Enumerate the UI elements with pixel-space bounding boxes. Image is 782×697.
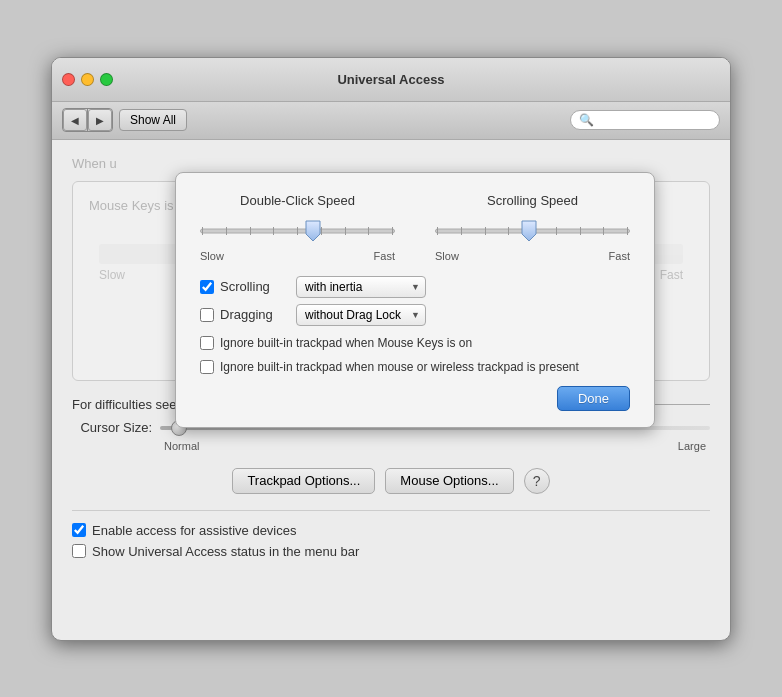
scrolling-slider-group: Scrolling Speed: [435, 193, 630, 262]
tick: [297, 227, 298, 235]
tick: [580, 227, 581, 235]
minimize-button[interactable]: [81, 73, 94, 86]
tick: [250, 227, 251, 235]
search-icon: 🔍: [579, 113, 594, 127]
tick: [202, 227, 203, 235]
tick: [485, 227, 486, 235]
ignore-wireless-checkbox[interactable]: [200, 360, 214, 374]
scrolling-option-row: Scrolling with inertia ▼: [200, 276, 630, 298]
tick: [627, 227, 628, 235]
scrolling-label: Scrolling: [220, 279, 290, 294]
double-click-thumb[interactable]: [305, 220, 321, 240]
titlebar: Universal Access: [52, 58, 730, 102]
scrolling-speed-labels: Slow Fast: [435, 250, 630, 262]
tick: [392, 227, 393, 235]
traffic-lights: [62, 73, 113, 86]
mouse-options-button[interactable]: Mouse Options...: [385, 468, 513, 494]
dragging-option-row: Dragging without Drag Lock ▼: [200, 304, 630, 326]
ignore-wireless-row: Ignore built-in trackpad when mouse or w…: [200, 360, 630, 374]
double-click-title: Double-Click Speed: [240, 193, 355, 208]
close-button[interactable]: [62, 73, 75, 86]
window-title: Universal Access: [337, 72, 444, 87]
help-button[interactable]: ?: [524, 468, 550, 494]
tick: [508, 227, 509, 235]
sliders-row: Double-Click Speed: [200, 193, 630, 262]
show-all-button[interactable]: Show All: [119, 109, 187, 131]
dragging-dropdown-wrapper: without Drag Lock ▼: [296, 304, 426, 326]
enable-access-row: Enable access for assistive devices: [72, 523, 710, 538]
maximize-button[interactable]: [100, 73, 113, 86]
sc-fast-label: Fast: [609, 250, 630, 262]
scrolling-thumb[interactable]: [521, 220, 537, 240]
scrolling-speed-title: Scrolling Speed: [487, 193, 578, 208]
enable-access-label: Enable access for assistive devices: [92, 523, 296, 538]
double-click-slider-group: Double-Click Speed: [200, 193, 395, 262]
ignore-trackpad-checkbox[interactable]: [200, 336, 214, 350]
sc-slow-label: Slow: [435, 250, 459, 262]
done-button[interactable]: Done: [557, 386, 630, 411]
ignore-trackpad-label: Ignore built-in trackpad when Mouse Keys…: [220, 336, 472, 350]
toolbar: ◀ ▶ Show All 🔍: [52, 102, 730, 140]
cursor-large-label: Large: [678, 440, 706, 452]
options-rows: Scrolling with inertia ▼ Dragging: [200, 276, 630, 374]
speed-fast: Fast: [660, 268, 683, 282]
tick: [273, 227, 274, 235]
scrolling-dropdown[interactable]: with inertia: [296, 276, 426, 298]
ignore-wireless-label: Ignore built-in trackpad when mouse or w…: [220, 360, 579, 374]
tick: [603, 227, 604, 235]
show-status-row: Show Universal Access status in the menu…: [72, 544, 710, 559]
tick: [461, 227, 462, 235]
popup-overlay: Double-Click Speed: [175, 172, 655, 428]
tick: [437, 227, 438, 235]
scrolling-dropdown-wrapper: with inertia ▼: [296, 276, 426, 298]
enable-access-checkbox[interactable]: [72, 523, 86, 537]
cursor-scale-row: Normal Large: [72, 440, 710, 452]
back-button[interactable]: ◀: [63, 109, 87, 131]
dc-slow-label: Slow: [200, 250, 224, 262]
tick: [368, 227, 369, 235]
content-area: When u Mouse Keys is on Maximum Speed Sl…: [52, 140, 730, 640]
show-status-label: Show Universal Access status in the menu…: [92, 544, 359, 559]
double-click-labels: Slow Fast: [200, 250, 395, 262]
speed-slow: Slow: [99, 268, 125, 282]
main-window: Universal Access ◀ ▶ Show All 🔍 When u M…: [51, 57, 731, 641]
trackpad-options-button[interactable]: Trackpad Options...: [232, 468, 375, 494]
double-click-slider-container[interactable]: [200, 216, 395, 246]
when-using-label: When u: [72, 156, 710, 171]
bottom-checkboxes: Enable access for assistive devices Show…: [72, 510, 710, 559]
bottom-buttons: Trackpad Options... Mouse Options... ?: [72, 468, 710, 494]
ignore-trackpad-row: Ignore built-in trackpad when Mouse Keys…: [200, 336, 630, 350]
forward-button[interactable]: ▶: [88, 109, 112, 131]
cursor-normal-label: Normal: [164, 440, 199, 452]
dragging-checkbox[interactable]: [200, 308, 214, 322]
show-status-checkbox[interactable]: [72, 544, 86, 558]
dragging-dropdown[interactable]: without Drag Lock: [296, 304, 426, 326]
tick: [226, 227, 227, 235]
search-box[interactable]: 🔍: [570, 110, 720, 130]
main-panel: Mouse Keys is on Maximum Speed Slow Medi…: [72, 181, 710, 381]
done-button-row: Done: [200, 386, 630, 411]
dc-fast-label: Fast: [374, 250, 395, 262]
scrolling-slider-container[interactable]: [435, 216, 630, 246]
tick: [556, 227, 557, 235]
tick: [345, 227, 346, 235]
cursor-size-label: Cursor Size:: [72, 420, 152, 435]
scrolling-checkbox[interactable]: [200, 280, 214, 294]
dragging-label: Dragging: [220, 307, 290, 322]
